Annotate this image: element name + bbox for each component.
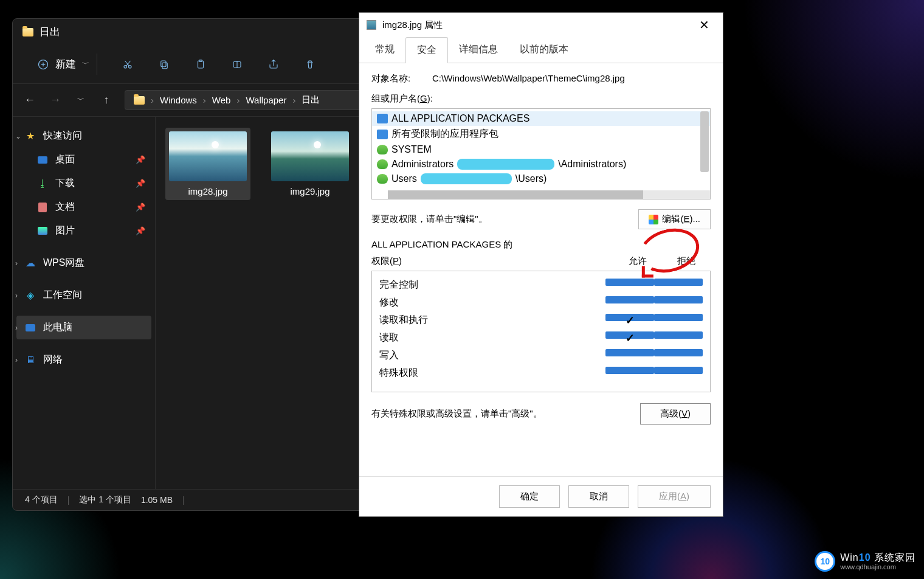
chevron-right-icon: ›: [236, 95, 240, 105]
workspace-icon: ◈: [25, 290, 36, 301]
list-item[interactable]: SYSTEM: [372, 142, 710, 157]
chevron-right-icon: ›: [203, 95, 206, 105]
sidebar-item-pictures[interactable]: 图片📌: [16, 219, 151, 243]
sidebar-item-label: 下载: [55, 177, 75, 190]
pin-icon: 📌: [136, 179, 145, 188]
file-item[interactable]: img29.jpg: [267, 128, 353, 200]
sidebar-item-label: WPS网盘: [43, 257, 84, 269]
shield-icon: [649, 215, 658, 224]
ok-button[interactable]: 确定: [499, 485, 560, 508]
redacted: [421, 173, 512, 184]
crumb-item[interactable]: Web: [212, 95, 231, 105]
tab-previous[interactable]: 以前的版本: [509, 37, 579, 63]
history-chevron-icon[interactable]: ﹀: [74, 95, 88, 105]
crumb-item[interactable]: 日出: [302, 94, 320, 106]
permissions-listbox: 完全控制 修改 读取和执行✓ 读取✓ 写入 特殊权限: [371, 271, 711, 392]
edit-button[interactable]: 编辑(E)...: [638, 209, 711, 229]
tab-details[interactable]: 详细信息: [448, 37, 509, 63]
folder-icon: [134, 96, 145, 105]
svg-rect-4: [161, 61, 166, 67]
group-icon: [377, 159, 388, 169]
pin-icon: 📌: [136, 155, 145, 164]
plus-circle-icon: [37, 58, 49, 71]
cut-button[interactable]: [122, 58, 134, 71]
edit-hint: 要更改权限，请单击"编辑"。: [371, 213, 488, 225]
cancel-button[interactable]: 取消: [568, 485, 629, 508]
tab-general[interactable]: 常规: [364, 37, 405, 63]
chevron-right-icon: ›: [15, 356, 18, 364]
sidebar-item-downloads[interactable]: ⭳下载📌: [16, 172, 151, 195]
sidebar-item-wps[interactable]: ›☁WPS网盘: [16, 251, 151, 275]
chevron-right-icon: ›: [15, 259, 18, 268]
scrollbar-vertical[interactable]: [700, 111, 709, 172]
sidebar-item-network[interactable]: ›🖥网络: [16, 348, 151, 372]
watermark-logo-icon: 10: [815, 551, 835, 572]
new-button[interactable]: 新建 ﹀: [30, 54, 97, 75]
image-icon: [367, 20, 376, 30]
sidebar-item-label: 快速访问: [43, 130, 82, 142]
list-item[interactable]: 所有受限制的应用程序包: [372, 126, 710, 142]
status-selected: 选中 1 个项目: [79, 494, 131, 505]
forward-button[interactable]: →: [48, 94, 63, 106]
chevron-right-icon: ›: [292, 95, 295, 105]
crumb-item[interactable]: Windows: [160, 95, 197, 105]
delete-button[interactable]: [304, 58, 316, 71]
advanced-button[interactable]: 高级(V): [640, 403, 711, 425]
file-item[interactable]: img28.jpg: [165, 128, 250, 200]
sidebar-item-label: 文档: [55, 201, 75, 213]
tab-bar: 常规 安全 详细信息 以前的版本: [359, 37, 723, 63]
network-icon: 🖥: [25, 355, 36, 366]
perm-row: 修改: [379, 294, 703, 311]
advanced-hint: 有关特殊权限或高级设置，请单击"高级"。: [371, 408, 542, 420]
perm-row: 完全控制: [379, 276, 703, 294]
svg-rect-3: [162, 63, 167, 69]
status-size: 1.05 MB: [141, 495, 173, 505]
rename-button[interactable]: [231, 58, 243, 71]
paste-button[interactable]: [195, 58, 207, 71]
sidebar-item-label: 网络: [43, 353, 63, 366]
watermark-url: www.qdhuajin.com: [840, 563, 915, 570]
chevron-down-icon: ⌄: [15, 132, 21, 140]
sidebar-item-desktop[interactable]: 桌面📌: [16, 148, 151, 172]
watermark-brand: Win10 系统家园: [840, 552, 915, 563]
scrollbar-horizontal[interactable]: [388, 190, 643, 199]
chevron-right-icon: ›: [15, 324, 18, 332]
up-button[interactable]: ↑: [99, 94, 114, 106]
star-icon: ★: [25, 131, 36, 142]
watermark: 10 Win10 系统家园 www.qdhuajin.com: [815, 551, 915, 572]
sidebar-item-thispc[interactable]: ›此电脑: [16, 316, 151, 339]
sidebar-item-label: 此电脑: [43, 321, 72, 334]
back-button[interactable]: ←: [22, 94, 37, 106]
perm-row: 读取✓: [379, 329, 703, 347]
separator: |: [67, 495, 70, 505]
pc-icon: [26, 324, 35, 331]
apply-button[interactable]: 应用(A): [638, 485, 711, 508]
object-path: C:\Windows\Web\Wallpaper\ThemeC\img28.jp…: [432, 73, 625, 85]
dialog-titlebar: img28.jpg 属性 ✕: [359, 13, 723, 37]
share-button[interactable]: [267, 58, 280, 71]
tab-security[interactable]: 安全: [405, 37, 448, 63]
copy-button[interactable]: [158, 58, 170, 71]
document-icon: [38, 203, 47, 212]
list-item[interactable]: Users \Users): [372, 172, 710, 186]
package-icon: [377, 130, 388, 139]
status-count: 4 个项目: [25, 494, 58, 505]
thumbnail-icon: [169, 131, 247, 181]
new-label: 新建: [55, 57, 76, 71]
file-name: img29.jpg: [290, 186, 329, 196]
redacted: [457, 159, 554, 170]
list-item[interactable]: ALL APPLICATION PACKAGES: [372, 111, 710, 126]
sidebar-quick-access[interactable]: ⌄★快速访问: [16, 124, 151, 148]
list-item[interactable]: Administrators \Administrators): [372, 157, 710, 172]
picture-icon: [38, 227, 47, 235]
sidebar-item-workspace[interactable]: ›◈工作空间: [16, 283, 151, 307]
separator: |: [182, 495, 185, 505]
crumb-item[interactable]: Wallpaper: [246, 95, 286, 105]
sidebar-item-documents[interactable]: 文档📌: [16, 195, 151, 219]
users-listbox[interactable]: ALL APPLICATION PACKAGES 所有受限制的应用程序包 SYS…: [371, 108, 711, 199]
group-users-label: 组或用户名(G):: [371, 93, 711, 105]
close-button[interactable]: ✕: [693, 18, 715, 32]
pin-icon: 📌: [136, 203, 145, 212]
check-icon: ✓: [605, 331, 654, 339]
cloud-icon: ☁: [25, 258, 36, 269]
